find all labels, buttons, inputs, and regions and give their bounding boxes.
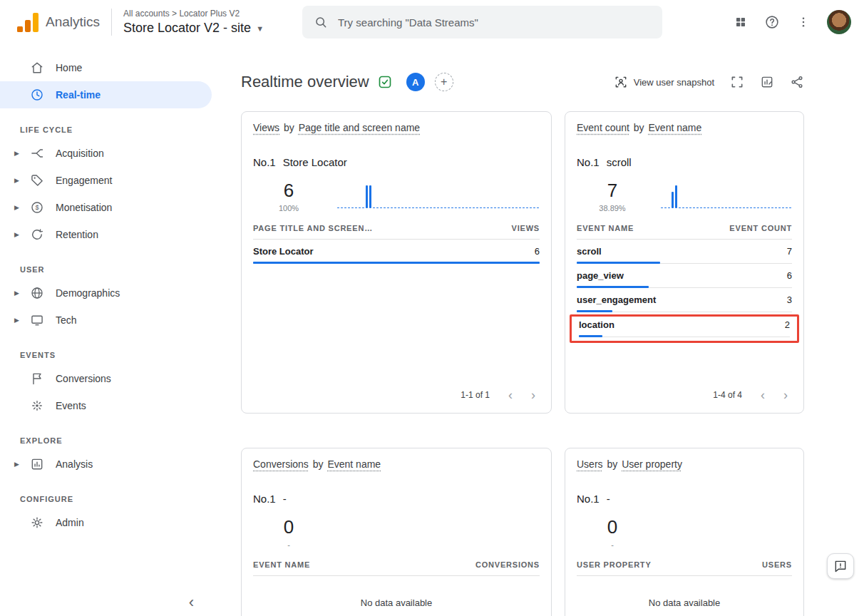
row-value: 7	[787, 246, 792, 257]
metric-percent: -	[260, 540, 317, 549]
sidebar-item-admin[interactable]: Admin	[0, 509, 212, 536]
account-property-switcher[interactable]: All accounts > Locator Plus V2 Store Loc…	[123, 9, 264, 36]
sidebar-item-conversions[interactable]: Conversions	[0, 365, 212, 392]
no-data-message: No data available	[577, 597, 792, 608]
chevron-right-icon[interactable]: ▶	[14, 461, 19, 468]
column-dimension: EVENT NAME	[577, 224, 634, 232]
sidebar-item-demographics[interactable]: ▶ Demographics	[0, 279, 212, 307]
chevron-right-icon[interactable]: ▶	[14, 231, 19, 238]
chevron-right-icon[interactable]: ▶	[14, 177, 19, 184]
main-content: Realtime overview A + View user snapshot	[214, 44, 864, 616]
card-conversions-by-event-name: Conversions by Event name No.1 - 0 - EV	[241, 448, 552, 616]
sidebar-section-configure: CONFIGURE	[0, 492, 214, 506]
help-icon[interactable]	[764, 14, 780, 30]
page-prev-icon[interactable]: ‹	[761, 389, 765, 401]
metric-selector[interactable]: Users	[577, 458, 603, 470]
card-title: Conversions by Event name	[253, 458, 540, 470]
row-value: 6	[535, 246, 540, 257]
search-bar[interactable]	[302, 6, 662, 38]
page-next-icon[interactable]: ›	[783, 389, 788, 401]
sidebar-item-retention[interactable]: ▶ Retention	[0, 221, 212, 248]
feedback-icon	[833, 559, 848, 573]
dimension-selector[interactable]: Event name	[649, 122, 702, 133]
card-title-by: by	[313, 458, 324, 470]
sidebar-item-analysis[interactable]: ▶ Analysis	[0, 451, 212, 478]
user-snapshot-icon	[614, 75, 628, 89]
feedback-button[interactable]	[827, 553, 854, 579]
sidebar-item-monetisation[interactable]: ▶ $ Monetisation	[0, 194, 212, 221]
no-data-message: No data available	[253, 597, 540, 608]
chevron-right-icon[interactable]: ▶	[14, 204, 19, 211]
apps-grid-icon[interactable]	[734, 16, 747, 29]
sidebar-item-label: Conversions	[56, 373, 111, 384]
search-input[interactable]	[338, 16, 651, 29]
sidebar-item-home[interactable]: Home	[0, 54, 212, 81]
sidebar-item-label: Acquisition	[56, 148, 104, 159]
row-bar	[579, 335, 602, 337]
comparison-avatar[interactable]: A	[406, 73, 425, 91]
view-user-snapshot-label: View user snapshot	[634, 77, 714, 88]
metric-selector[interactable]: Views	[253, 122, 279, 133]
dimension-selector[interactable]: Event name	[327, 458, 381, 470]
pagination-label: 1-4 of 4	[713, 390, 742, 400]
sidebar-item-label: Retention	[56, 229, 98, 240]
analytics-logo-icon[interactable]	[17, 13, 38, 32]
chevron-right-icon[interactable]: ▶	[14, 150, 19, 157]
metric-value: 0	[260, 516, 317, 538]
page-next-icon[interactable]: ›	[531, 389, 535, 401]
rank-label: No.1	[253, 156, 276, 168]
column-metric: VIEWS	[512, 224, 540, 232]
metric-selector[interactable]: Event count	[577, 122, 629, 133]
rank-label: No.1	[577, 493, 600, 505]
top-header: Analytics All accounts > Locator Plus V2…	[0, 0, 864, 44]
chevron-right-icon[interactable]: ▶	[14, 317, 19, 324]
header-divider	[111, 9, 112, 36]
data-quality-check-icon[interactable]	[378, 75, 392, 89]
dimension-selector[interactable]: User property	[622, 458, 682, 470]
chevron-right-icon[interactable]: ▶	[14, 289, 19, 297]
clock-icon	[30, 88, 46, 102]
sidebar-item-engagement[interactable]: ▶ Engagement	[0, 167, 212, 194]
sidebar-item-label: Home	[56, 62, 82, 73]
row-name: user_engagement	[577, 294, 656, 305]
share-icon[interactable]	[790, 75, 804, 89]
card-title: Views by Page title and screen name	[253, 122, 540, 133]
sidebar-item-tech[interactable]: ▶ Tech	[0, 307, 212, 334]
collapse-sidebar-icon[interactable]: ‹	[189, 593, 194, 612]
row-value: 6	[787, 270, 792, 281]
dimension-selector[interactable]: Page title and screen name	[299, 122, 420, 133]
row-bar	[577, 310, 612, 312]
metric-row: 6 100%	[253, 173, 540, 212]
table-row: user_engagement 3	[577, 288, 792, 312]
table-header: USER PROPERTY USERS	[577, 560, 792, 576]
sidebar-item-events[interactable]: Events	[0, 392, 212, 419]
acquisition-icon	[30, 146, 46, 160]
customize-report-icon[interactable]	[760, 75, 774, 89]
overflow-menu-icon[interactable]	[797, 16, 810, 29]
metric-row: 7 38.89%	[577, 173, 792, 212]
column-metric: USERS	[762, 560, 792, 569]
fullscreen-icon[interactable]	[730, 75, 744, 89]
view-user-snapshot-button[interactable]: View user snapshot	[614, 75, 714, 89]
logo-dot	[17, 26, 23, 32]
page-prev-icon[interactable]: ‹	[508, 389, 513, 401]
product-name: Analytics	[46, 14, 100, 30]
breadcrumb: All accounts > Locator Plus V2	[123, 9, 264, 19]
home-icon	[30, 61, 46, 75]
retention-icon	[30, 227, 46, 242]
table-header: PAGE TITLE AND SCREEN… VIEWS	[253, 224, 540, 240]
column-metric: EVENT COUNT	[729, 224, 792, 232]
add-comparison-button[interactable]: +	[435, 73, 453, 91]
row-name: Store Locator	[253, 246, 314, 257]
metric-selector[interactable]: Conversions	[253, 458, 309, 470]
row-value: 3	[787, 294, 792, 305]
metric-value: 7	[584, 180, 641, 202]
table-row: Store Locator 6	[253, 240, 540, 264]
user-avatar[interactable]	[827, 10, 851, 34]
card-users-by-user-property: Users by User property No.1 - 0 - USER	[565, 448, 804, 616]
sidebar-item-label: Tech	[56, 314, 77, 326]
sidebar-item-realtime[interactable]: Real-time	[0, 81, 212, 108]
tech-icon	[30, 313, 46, 327]
sidebar-item-acquisition[interactable]: ▶ Acquisition	[0, 140, 212, 167]
chevron-down-icon: ▼	[256, 24, 264, 33]
